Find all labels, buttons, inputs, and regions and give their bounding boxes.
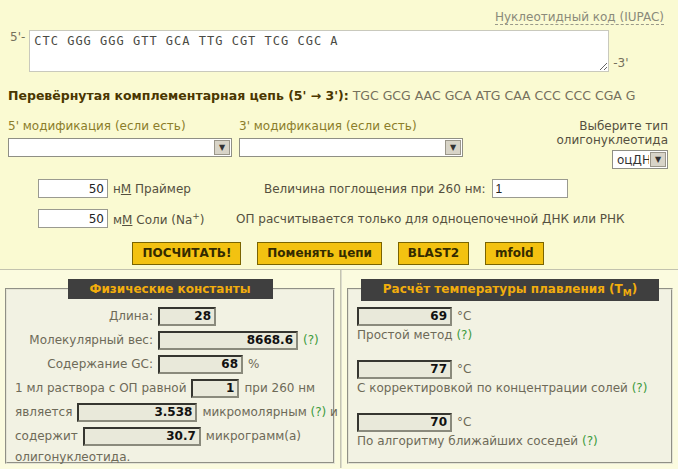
salt-row: мМ Соли (Na+) ОП расчитывается только дл… — [8, 208, 668, 229]
mod5-label: 5' модификация (если есть) — [8, 119, 239, 133]
molecular-weight-label: Молекулярный вес: — [15, 333, 153, 347]
simple-method-group: °C Простой метод (?) — [357, 306, 665, 342]
input-form-section: Нуклеотидный код (IUPAC) 5'- CTC GGG GGG… — [0, 0, 678, 270]
oligo-calculator-page: Нуклеотидный код (IUPAC) 5'- CTC GGG GGG… — [0, 0, 678, 469]
chevron-down-icon[interactable]: ▼ — [445, 140, 461, 155]
simple-method-help-link[interactable]: (?) — [456, 328, 472, 342]
oligo-type-select-value: оцДНК — [613, 153, 649, 167]
melting-temperature-panel: Расчёт температуры плавления (ТМ) °C Про… — [347, 288, 673, 464]
physical-constants-title: Физические константы — [68, 279, 273, 299]
melting-temperature-title-wrap: Расчёт температуры плавления (ТМ) — [349, 279, 671, 301]
od-note: ОП расчитывается только для одноцепочечн… — [236, 212, 625, 226]
micromolar-suffix: микромолярным (?) и — [202, 405, 338, 419]
salt-input-group: мМ Соли (Na+) — [38, 209, 228, 228]
micrograms-suffix: микрограмм(а) — [206, 429, 301, 443]
calculate-button[interactable]: ПОСЧИТАТЬ! — [132, 242, 241, 265]
melting-temperature-column: Расчёт температуры плавления (ТМ) °C Про… — [341, 270, 678, 468]
primer-concentration-input[interactable] — [38, 179, 108, 198]
micromolar-value-input[interactable] — [77, 403, 197, 422]
micromolar-help-link[interactable]: (?) — [311, 405, 327, 419]
nucleotide-code-link[interactable]: Нуклеотидный код (IUPAC) — [495, 10, 664, 25]
absorbance-group: Величина поглощения при 260 нм: — [264, 179, 568, 198]
length-label: Длина: — [15, 309, 153, 323]
length-value-input[interactable] — [158, 307, 216, 326]
celsius-unit-label: °C — [457, 362, 471, 376]
mod5-select[interactable]: ▼ — [8, 138, 232, 157]
five-prime-label: 5'- — [10, 30, 25, 44]
nearest-neighbor-group: °C По алгоритму ближайших соседей (?) — [357, 412, 665, 448]
gc-content-value-input[interactable] — [158, 355, 243, 374]
salt-adjusted-help-link[interactable]: (?) — [632, 381, 648, 395]
blast2-button[interactable]: BLAST2 — [398, 242, 469, 265]
modification-row: 5' модификация (если есть) ▼ 3' модифика… — [8, 119, 668, 169]
primer-input-group: нМ Праймер — [38, 179, 228, 198]
salt-adjusted-value-input[interactable] — [357, 360, 452, 379]
salt-unit-label: мМ Соли (Na+) — [113, 211, 205, 227]
oligo-type-column: Выберите тип олигонуклеотида оцДНК ▼ — [470, 119, 668, 169]
reverse-complement-label: Перевёрнутая комплементарная цепь (5' → … — [8, 88, 349, 103]
physical-constants-title-wrap: Физические константы — [7, 279, 333, 299]
salt-adjusted-label: С корректировкой по концентрации солей (… — [357, 381, 665, 395]
salt-concentration-input[interactable] — [38, 209, 108, 228]
simple-method-label: Простой метод (?) — [357, 328, 665, 342]
micrograms-value-input[interactable] — [83, 427, 201, 446]
micrograms-row: содержит микрограмм(а) — [15, 426, 327, 446]
mod5-column: 5' модификация (если есть) ▼ — [8, 119, 239, 169]
length-row: Длина: — [15, 306, 327, 326]
sequence-row: 5'- CTC GGG GGG GTT GCA TTG CGT TCG CGC … — [8, 30, 668, 72]
mod3-column: 3' модификация (если есть) ▼ — [239, 119, 470, 169]
chevron-down-icon[interactable]: ▼ — [214, 140, 230, 155]
od-solution-value-input[interactable] — [191, 379, 239, 398]
micrograms-label: содержит — [15, 429, 78, 443]
gc-unit-label: % — [248, 357, 259, 371]
physical-constants-panel: Физические константы Длина: Молекулярный… — [5, 288, 335, 464]
physical-constants-column: Физические константы Длина: Молекулярный… — [0, 270, 341, 468]
mfold-button[interactable]: mfold — [485, 242, 544, 265]
molecular-weight-row: Молекулярный вес: (?) — [15, 330, 327, 350]
nearest-neighbor-value-input[interactable] — [357, 413, 452, 432]
absorbance-input[interactable] — [492, 179, 568, 198]
molecular-weight-help-link[interactable]: (?) — [303, 333, 319, 347]
absorbance-label: Величина поглощения при 260 нм: — [264, 182, 486, 196]
iupac-link-row: Нуклеотидный код (IUPAC) — [8, 10, 668, 24]
od-note-group: ОП расчитывается только для одноцепочечн… — [236, 212, 625, 226]
od-solution-suffix: при 260 нм — [244, 381, 315, 395]
od-solution-row: 1 мл раствора с ОП равной при 260 нм — [15, 378, 327, 398]
nearest-neighbor-help-link[interactable]: (?) — [582, 434, 598, 448]
primer-row: нМ Праймер Величина поглощения при 260 н… — [8, 178, 668, 199]
oligo-type-label: Выберите тип олигонуклеотида — [470, 119, 668, 147]
nearest-neighbor-label: По алгоритму ближайших соседей (?) — [357, 434, 665, 448]
celsius-unit-label: °C — [457, 309, 471, 323]
od-solution-label: 1 мл раствора с ОП равной — [15, 381, 186, 395]
reverse-complement-sequence: TGC GCG AAC GCA ATG CAA CCC CCC CGA G — [353, 88, 636, 103]
primer-unit-label: нМ Праймер — [113, 182, 191, 196]
gc-content-label: Содержание GC: — [15, 357, 153, 371]
mod3-select[interactable]: ▼ — [239, 138, 463, 157]
three-prime-label: -3' — [613, 56, 628, 70]
oligo-type-select[interactable]: оцДНК ▼ — [612, 150, 668, 169]
simple-method-value-input[interactable] — [357, 307, 452, 326]
sequence-textarea[interactable]: CTC GGG GGG GTT GCA TTG CGT TCG CGC A — [29, 30, 609, 72]
molecular-weight-value-input[interactable] — [158, 331, 298, 350]
chevron-down-icon[interactable]: ▼ — [650, 152, 666, 167]
salt-adjusted-group: °C С корректировкой по концентрации соле… — [357, 359, 665, 395]
micromolar-row: является микромолярным (?) и — [15, 402, 327, 422]
micromolar-label: является — [15, 405, 72, 419]
reverse-complement-row: Перевёрнутая комплементарная цепь (5' → … — [8, 88, 668, 103]
oligo-tail-label: олигонуклеотида. — [15, 450, 327, 464]
mod3-label: 3' модификация (если есть) — [239, 119, 470, 133]
melting-temperature-title: Расчёт температуры плавления (ТМ) — [361, 279, 659, 301]
action-buttons-row: ПОСЧИТАТЬ! Поменять цепи BLAST2 mfold — [8, 242, 668, 265]
celsius-unit-label: °C — [457, 415, 471, 429]
gc-content-row: Содержание GC: % — [15, 354, 327, 374]
results-section: Физические константы Длина: Молекулярный… — [0, 270, 678, 468]
swap-strands-button[interactable]: Поменять цепи — [257, 242, 382, 265]
